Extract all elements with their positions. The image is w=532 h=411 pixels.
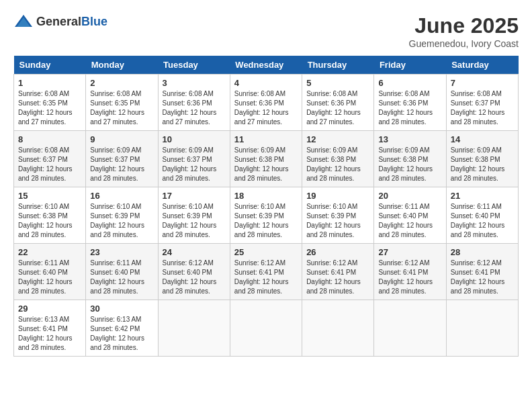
calendar-cell: 10Sunrise: 6:09 AMSunset: 6:37 PMDayligh… [158,131,230,187]
day-info: Sunrise: 6:10 AMSunset: 6:38 PMDaylight:… [18,202,81,240]
calendar-cell: 8Sunrise: 6:08 AMSunset: 6:37 PMDaylight… [14,131,86,187]
calendar-cell: 24Sunrise: 6:12 AMSunset: 6:40 PMDayligh… [158,244,230,300]
day-info: Sunrise: 6:08 AMSunset: 6:35 PMDaylight:… [90,89,153,127]
day-number: 24 [163,247,226,257]
day-info: Sunrise: 6:09 AMSunset: 6:38 PMDaylight:… [234,146,298,183]
calendar-week-row: 22Sunrise: 6:11 AMSunset: 6:40 PMDayligh… [14,244,519,300]
day-info: Sunrise: 6:09 AMSunset: 6:37 PMDaylight:… [163,146,226,183]
day-number: 5 [306,78,369,88]
calendar-cell: 2Sunrise: 6:08 AMSunset: 6:35 PMDaylight… [86,75,158,131]
logo-text-blue: Blue [81,15,107,28]
day-number: 7 [451,78,514,88]
calendar-header-thursday: Thursday [302,56,374,75]
day-info: Sunrise: 6:08 AMSunset: 6:36 PMDaylight:… [306,89,369,127]
calendar-cell: 6Sunrise: 6:08 AMSunset: 6:36 PMDaylight… [374,75,446,131]
day-info: Sunrise: 6:09 AMSunset: 6:38 PMDaylight:… [451,146,514,183]
logo: GeneralBlue [13,13,107,30]
calendar-cell: 3Sunrise: 6:08 AMSunset: 6:36 PMDaylight… [158,75,230,131]
day-info: Sunrise: 6:13 AMSunset: 6:41 PMDaylight:… [18,315,81,353]
calendar-cell: 13Sunrise: 6:09 AMSunset: 6:38 PMDayligh… [374,131,446,187]
calendar-cell [446,300,518,357]
month-title: June 2025 [409,13,519,38]
calendar-cell: 22Sunrise: 6:11 AMSunset: 6:40 PMDayligh… [14,244,86,300]
day-info: Sunrise: 6:12 AMSunset: 6:41 PMDaylight:… [234,259,298,296]
calendar-week-row: 8Sunrise: 6:08 AMSunset: 6:37 PMDaylight… [14,131,519,187]
calendar-cell: 14Sunrise: 6:09 AMSunset: 6:38 PMDayligh… [446,131,518,187]
calendar-cell: 11Sunrise: 6:09 AMSunset: 6:38 PMDayligh… [230,131,302,187]
calendar-cell: 28Sunrise: 6:12 AMSunset: 6:41 PMDayligh… [446,244,518,300]
day-number: 9 [90,134,153,144]
day-info: Sunrise: 6:12 AMSunset: 6:41 PMDaylight:… [378,259,441,296]
day-info: Sunrise: 6:11 AMSunset: 6:40 PMDaylight:… [90,259,153,296]
calendar-cell: 16Sunrise: 6:10 AMSunset: 6:39 PMDayligh… [86,187,158,244]
day-number: 17 [163,191,226,201]
location-title: Guemenedou, Ivory Coast [409,38,519,49]
day-info: Sunrise: 6:12 AMSunset: 6:41 PMDaylight:… [451,259,514,296]
day-info: Sunrise: 6:10 AMSunset: 6:39 PMDaylight:… [306,202,369,240]
day-number: 22 [18,247,81,257]
calendar-header-friday: Friday [374,56,446,75]
day-info: Sunrise: 6:09 AMSunset: 6:38 PMDaylight:… [378,146,441,183]
day-number: 27 [378,247,441,257]
day-number: 2 [90,78,153,88]
day-number: 13 [378,134,441,144]
day-number: 16 [90,191,153,201]
calendar-cell: 9Sunrise: 6:09 AMSunset: 6:37 PMDaylight… [86,131,158,187]
day-info: Sunrise: 6:08 AMSunset: 6:36 PMDaylight:… [234,89,298,127]
calendar-cell: 18Sunrise: 6:10 AMSunset: 6:39 PMDayligh… [230,187,302,244]
calendar-header-wednesday: Wednesday [230,56,302,75]
day-info: Sunrise: 6:10 AMSunset: 6:39 PMDaylight:… [163,202,226,240]
day-info: Sunrise: 6:12 AMSunset: 6:40 PMDaylight:… [163,259,226,296]
day-number: 25 [234,247,298,257]
day-number: 19 [306,191,369,201]
page-header: GeneralBlue June 2025 Guemenedou, Ivory … [13,13,519,49]
calendar-cell: 4Sunrise: 6:08 AMSunset: 6:36 PMDaylight… [230,75,302,131]
day-info: Sunrise: 6:13 AMSunset: 6:42 PMDaylight:… [90,315,153,353]
calendar-cell: 29Sunrise: 6:13 AMSunset: 6:41 PMDayligh… [14,300,86,357]
day-number: 18 [234,191,298,201]
day-info: Sunrise: 6:12 AMSunset: 6:41 PMDaylight:… [306,259,369,296]
calendar-cell: 27Sunrise: 6:12 AMSunset: 6:41 PMDayligh… [374,244,446,300]
calendar-cell: 23Sunrise: 6:11 AMSunset: 6:40 PMDayligh… [86,244,158,300]
day-info: Sunrise: 6:08 AMSunset: 6:35 PMDaylight:… [18,89,81,127]
day-number: 1 [18,78,81,88]
calendar-cell: 30Sunrise: 6:13 AMSunset: 6:42 PMDayligh… [86,300,158,357]
calendar-week-row: 1Sunrise: 6:08 AMSunset: 6:35 PMDaylight… [14,75,519,131]
day-info: Sunrise: 6:10 AMSunset: 6:39 PMDaylight:… [234,202,298,240]
day-number: 21 [451,191,514,201]
calendar-cell [302,300,374,357]
logo-icon [13,13,34,30]
calendar-cell: 17Sunrise: 6:10 AMSunset: 6:39 PMDayligh… [158,187,230,244]
calendar-cell: 15Sunrise: 6:10 AMSunset: 6:38 PMDayligh… [14,187,86,244]
day-info: Sunrise: 6:11 AMSunset: 6:40 PMDaylight:… [451,202,514,240]
day-number: 30 [90,304,153,314]
calendar-cell: 12Sunrise: 6:09 AMSunset: 6:38 PMDayligh… [302,131,374,187]
day-info: Sunrise: 6:08 AMSunset: 6:36 PMDaylight:… [163,89,226,127]
day-number: 23 [90,247,153,257]
day-number: 12 [306,134,369,144]
calendar-header-sunday: Sunday [14,56,86,75]
day-info: Sunrise: 6:10 AMSunset: 6:39 PMDaylight:… [90,202,153,240]
title-area: June 2025 Guemenedou, Ivory Coast [409,13,519,49]
calendar-cell [230,300,302,357]
calendar-header-tuesday: Tuesday [158,56,230,75]
day-number: 20 [378,191,441,201]
day-number: 28 [451,247,514,257]
calendar-table: SundayMondayTuesdayWednesdayThursdayFrid… [13,56,519,357]
calendar-week-row: 29Sunrise: 6:13 AMSunset: 6:41 PMDayligh… [14,300,519,357]
calendar-cell: 21Sunrise: 6:11 AMSunset: 6:40 PMDayligh… [446,187,518,244]
day-info: Sunrise: 6:08 AMSunset: 6:37 PMDaylight:… [451,89,514,127]
day-number: 8 [18,134,81,144]
calendar-cell: 5Sunrise: 6:08 AMSunset: 6:36 PMDaylight… [302,75,374,131]
day-info: Sunrise: 6:08 AMSunset: 6:36 PMDaylight:… [378,89,441,127]
day-number: 14 [451,134,514,144]
calendar-cell: 26Sunrise: 6:12 AMSunset: 6:41 PMDayligh… [302,244,374,300]
calendar-header-row: SundayMondayTuesdayWednesdayThursdayFrid… [14,56,519,75]
calendar-cell: 7Sunrise: 6:08 AMSunset: 6:37 PMDaylight… [446,75,518,131]
day-info: Sunrise: 6:09 AMSunset: 6:38 PMDaylight:… [306,146,369,183]
day-number: 15 [18,191,81,201]
day-info: Sunrise: 6:09 AMSunset: 6:37 PMDaylight:… [90,146,153,183]
day-number: 4 [234,78,298,88]
day-info: Sunrise: 6:11 AMSunset: 6:40 PMDaylight:… [18,259,81,296]
calendar-cell: 20Sunrise: 6:11 AMSunset: 6:40 PMDayligh… [374,187,446,244]
